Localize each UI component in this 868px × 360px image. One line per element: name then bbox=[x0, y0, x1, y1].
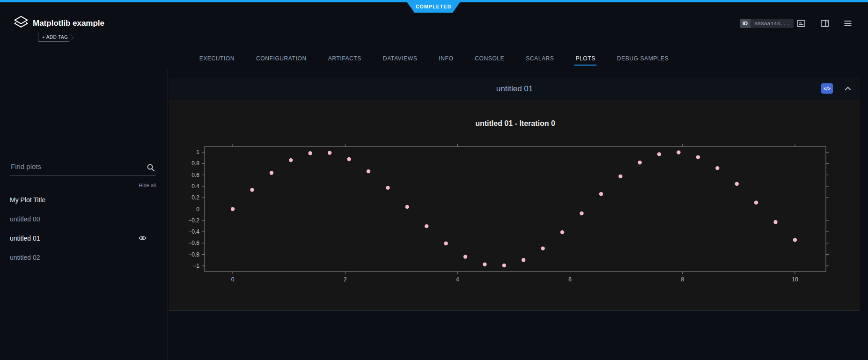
tab-console[interactable]: CONSOLE bbox=[474, 52, 505, 66]
search-input[interactable] bbox=[10, 162, 142, 171]
app-logo-icon[interactable] bbox=[13, 15, 29, 30]
search-icon[interactable] bbox=[147, 163, 155, 172]
plot-card: untitled 01 </> 0246810−1−0.8−0.6−0.4−0.… bbox=[169, 78, 860, 311]
svg-text:0.6: 0.6 bbox=[191, 172, 199, 178]
add-tag-button[interactable]: + ADD TAG bbox=[38, 33, 69, 42]
experiment-id-badge[interactable]: ID 503aa144... bbox=[740, 19, 794, 28]
svg-text:8: 8 bbox=[681, 276, 684, 283]
hamburger-menu-icon bbox=[843, 19, 853, 28]
svg-text:untitled 01 - Iteration 0: untitled 01 - Iteration 0 bbox=[475, 119, 555, 127]
svg-text:0.2: 0.2 bbox=[191, 194, 199, 201]
plot-list: My Plot Titleuntitled 00untitled 01untit… bbox=[0, 190, 167, 267]
svg-text:6: 6 bbox=[568, 276, 572, 283]
svg-text:0.8: 0.8 bbox=[191, 160, 199, 167]
svg-text:−0.8: −0.8 bbox=[188, 251, 199, 258]
hide-all-link[interactable]: Hide all bbox=[139, 183, 156, 188]
svg-text:−0.6: −0.6 bbox=[188, 240, 199, 246]
tab-artifacts[interactable]: ARTIFACTS bbox=[327, 52, 362, 66]
plot-item-label: My Plot Title bbox=[10, 196, 45, 204]
add-tag-label: + ADD TAG bbox=[42, 35, 68, 40]
scatter-chart[interactable]: 0246810−1−0.8−0.6−0.4−0.200.20.40.60.81u… bbox=[169, 100, 860, 310]
id-value: 503aa144... bbox=[750, 19, 794, 28]
tab-configuration[interactable]: CONFIGURATION bbox=[255, 52, 308, 66]
visible-eye-icon[interactable] bbox=[139, 235, 147, 241]
svg-text:−1: −1 bbox=[193, 263, 199, 269]
plot-search-field bbox=[10, 161, 156, 176]
status-ribbon: COMPLETED bbox=[405, 0, 462, 13]
plot-card-body: 0246810−1−0.8−0.6−0.4−0.200.20.40.60.81u… bbox=[169, 100, 860, 310]
tab-info[interactable]: INFO bbox=[438, 52, 454, 66]
plot-card-title: untitled 01 bbox=[169, 78, 860, 100]
sidebar-plot-item-untitled-01[interactable]: untitled 01 bbox=[0, 228, 167, 248]
svg-text:1: 1 bbox=[196, 149, 199, 155]
sidebar-plot-item-untitled-02[interactable]: untitled 02 bbox=[0, 248, 167, 267]
details-panel-toggle-button[interactable] bbox=[819, 18, 831, 29]
plot-item-label: untitled 01 bbox=[10, 235, 40, 242]
svg-text:0: 0 bbox=[196, 206, 199, 213]
tab-execution[interactable]: EXECUTION bbox=[199, 52, 235, 66]
split-panel-icon bbox=[820, 19, 830, 28]
svg-text:0: 0 bbox=[231, 276, 235, 283]
plot-card-header: untitled 01 </> bbox=[169, 78, 860, 100]
view-plot-code-button[interactable]: </> bbox=[821, 83, 833, 94]
tab-debug-samples[interactable]: DEBUG SAMPLES bbox=[616, 52, 670, 66]
svg-text:−0.2: −0.2 bbox=[188, 217, 199, 224]
svg-text:10: 10 bbox=[792, 276, 798, 283]
sidebar-plot-item-untitled-00[interactable]: untitled 00 bbox=[0, 209, 167, 228]
experiment-title: Matplotlib example bbox=[33, 19, 104, 28]
status-ribbon-label: COMPLETED bbox=[416, 4, 452, 9]
tab-dataviews[interactable]: DATAVIEWS bbox=[382, 52, 418, 66]
clearml-experiment-page: COMPLETED Matplotlib example + ADD TAG I… bbox=[0, 0, 868, 360]
svg-text:0.4: 0.4 bbox=[191, 183, 199, 190]
chevron-up-icon bbox=[844, 84, 852, 93]
console-icon bbox=[796, 19, 806, 28]
console-panel-button[interactable] bbox=[795, 18, 807, 29]
svg-text:−0.4: −0.4 bbox=[188, 228, 199, 235]
sidebar-plot-item-my-plot-title[interactable]: My Plot Title bbox=[0, 190, 167, 209]
tab-scalars[interactable]: SCALARS bbox=[525, 52, 555, 66]
svg-text:2: 2 bbox=[344, 276, 347, 283]
svg-text:4: 4 bbox=[456, 276, 459, 283]
id-label: ID bbox=[740, 19, 750, 28]
plot-item-label: untitled 02 bbox=[10, 254, 40, 261]
menu-button[interactable] bbox=[842, 18, 853, 29]
plot-item-label: untitled 00 bbox=[10, 215, 40, 223]
collapse-card-button[interactable] bbox=[843, 84, 853, 94]
tab-bar: EXECUTIONCONFIGURATIONARTIFACTSDATAVIEWS… bbox=[0, 50, 868, 68]
tabs-container: EXECUTIONCONFIGURATIONARTIFACTSDATAVIEWS… bbox=[0, 52, 868, 66]
plots-sidebar: Hide all My Plot Titleuntitled 00untitle… bbox=[0, 68, 168, 360]
tab-plots[interactable]: PLOTS bbox=[574, 52, 596, 66]
